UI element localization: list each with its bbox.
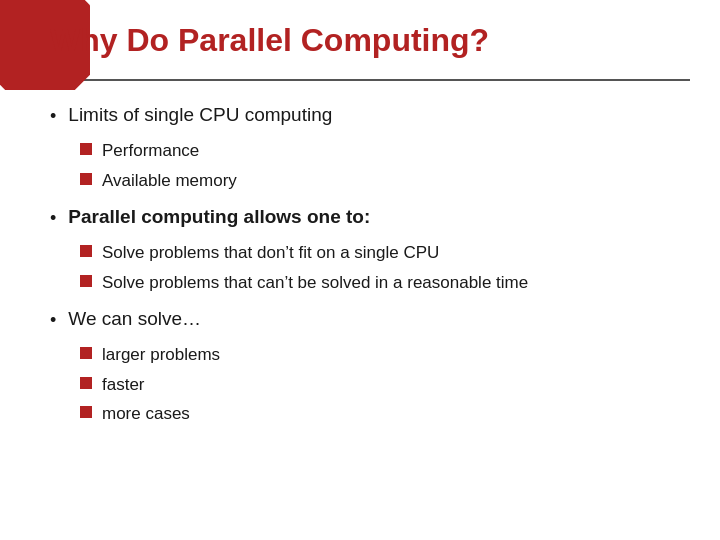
sub-item-1-1-text: Performance [102, 138, 199, 164]
sub-bullet-icon-1-1 [80, 143, 92, 155]
sub-bullet-icon-3-1 [80, 347, 92, 359]
sub-item-3-3: more cases [80, 401, 670, 427]
bullet-2-dot: • [50, 205, 56, 232]
bullet-1-text: Limits of single CPU computing [68, 101, 332, 130]
slide-content: • Limits of single CPU computing Perform… [0, 101, 720, 427]
section-2: • Parallel computing allows one to: Solv… [50, 203, 670, 295]
sub-bullet-icon-3-2 [80, 377, 92, 389]
section-3: • We can solve… larger problems faster m… [50, 305, 670, 427]
sub-item-3-2: faster [80, 372, 670, 398]
sub-bullet-icon-2-1 [80, 245, 92, 257]
section-1: • Limits of single CPU computing Perform… [50, 101, 670, 193]
sub-bullet-icon-3-3 [80, 406, 92, 418]
sub-item-3-2-text: faster [102, 372, 145, 398]
title-divider [30, 79, 690, 81]
sub-item-2-1-text: Solve problems that don’t fit on a singl… [102, 240, 439, 266]
bullet-3-text: We can solve… [68, 305, 201, 334]
sub-item-3-1-text: larger problems [102, 342, 220, 368]
bullet-3-dot: • [50, 307, 56, 334]
sub-item-3-1: larger problems [80, 342, 670, 368]
bullet-1: • Limits of single CPU computing [50, 101, 670, 130]
sub-item-2-2-text: Solve problems that can’t be solved in a… [102, 270, 528, 296]
sub-bullet-icon-2-2 [80, 275, 92, 287]
sub-item-1-2: Available memory [80, 168, 670, 194]
bullet-1-dot: • [50, 103, 56, 130]
slide-title: Why Do Parallel Computing? [50, 22, 690, 59]
sub-item-2-2: Solve problems that can’t be solved in a… [80, 270, 670, 296]
sub-items-3: larger problems faster more cases [80, 342, 670, 427]
slide: Why Do Parallel Computing? • Limits of s… [0, 0, 720, 540]
bullet-2: • Parallel computing allows one to: [50, 203, 670, 232]
bullet-3: • We can solve… [50, 305, 670, 334]
sub-item-1-1: Performance [80, 138, 670, 164]
sub-items-2: Solve problems that don’t fit on a singl… [80, 240, 670, 295]
sub-item-1-2-text: Available memory [102, 168, 237, 194]
slide-header: Why Do Parallel Computing? [0, 0, 720, 71]
sub-bullet-icon-1-2 [80, 173, 92, 185]
bullet-2-text: Parallel computing allows one to: [68, 203, 370, 232]
sub-item-3-3-text: more cases [102, 401, 190, 427]
sub-items-1: Performance Available memory [80, 138, 670, 193]
sub-item-2-1: Solve problems that don’t fit on a singl… [80, 240, 670, 266]
